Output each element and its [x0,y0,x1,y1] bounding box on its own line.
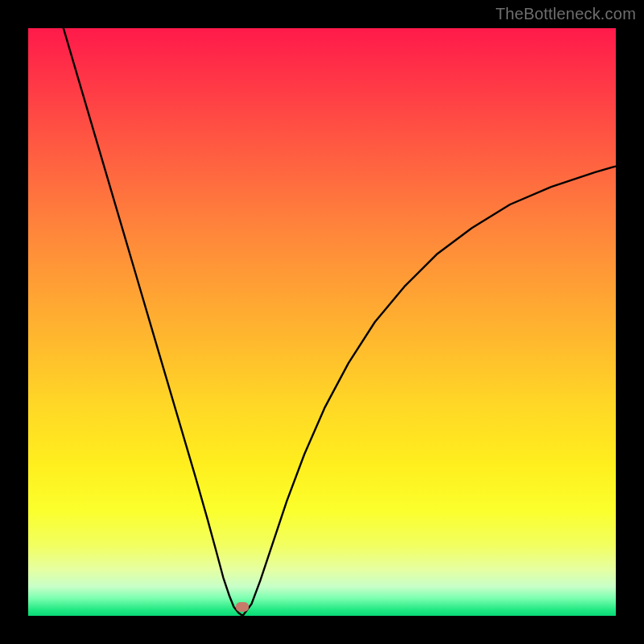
bottleneck-marker [236,602,249,612]
plot-area [28,28,616,616]
watermark-text: TheBottleneck.com [495,5,636,23]
chart-frame: TheBottleneck.com [0,0,644,644]
bottleneck-curve [64,28,616,616]
curve-svg [28,28,616,616]
